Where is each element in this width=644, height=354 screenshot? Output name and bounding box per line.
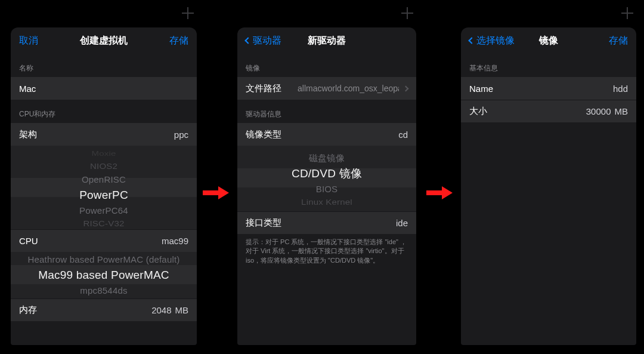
add-icon[interactable] (400, 6, 414, 20)
section-header-basic: 基本信息 (461, 54, 636, 77)
picker-option[interactable]: NIOS2 (11, 161, 197, 172)
picker-option[interactable]: OpenRISC (11, 173, 197, 186)
picker-option[interactable]: PowerPC64 (11, 204, 197, 217)
panel-create-vm: 取消 创建虚拟机 存储 名称 Mac CPU和内存 架构 ppc Moxie N… (5, 2, 202, 349)
cpu-value: mac99 (162, 236, 188, 246)
picker-option-selected[interactable]: CD/DVD 镜像 (237, 165, 416, 183)
chevron-left-icon (244, 37, 251, 44)
nav-bar: 选择镜像 镜像 存储 (461, 27, 636, 54)
cpu-label: CPU (19, 236, 38, 246)
image-name-row[interactable]: Name hdd (461, 77, 636, 100)
picker-option[interactable]: mpc8544ds (11, 284, 197, 297)
picker-option[interactable]: 磁盘镜像 (237, 152, 416, 165)
image-name-value: hdd (613, 84, 628, 94)
sheet-new-drive: 驱动器 新驱动器 . 镜像 文件路径 allmacworld.com_osx_l… (237, 27, 416, 345)
section-header-name: 名称 (11, 54, 197, 77)
nav-bar: 取消 创建虚拟机 存储 (11, 27, 197, 54)
sheet-body: 镜像 文件路径 allmacworld.com_osx_leopard_... … (237, 54, 416, 345)
architecture-picker[interactable]: Moxie NIOS2 OpenRISC PowerPC PowerPC64 R… (11, 146, 197, 229)
image-size-row[interactable]: 大小 30000MB (461, 100, 636, 122)
arrow-icon (203, 186, 229, 199)
svg-marker-0 (203, 186, 229, 199)
file-path-value: allmacworld.com_osx_leopard_... (298, 84, 399, 93)
chevron-right-icon (403, 85, 409, 91)
section-header-drive-info: 驱动器信息 (237, 100, 416, 123)
image-type-label: 镜像类型 (246, 129, 281, 140)
picker-option[interactable]: Linux Kernel (237, 196, 416, 208)
cancel-button[interactable]: 取消 (19, 35, 38, 47)
image-type-picker[interactable]: 磁盘镜像 CD/DVD 镜像 BIOS Linux Kernel (237, 146, 416, 211)
panel-image: 选择镜像 镜像 存储 基本信息 Name hdd 大小 30000MB (456, 2, 642, 349)
add-icon[interactable] (181, 6, 195, 20)
section-header-image: 镜像 (237, 54, 416, 77)
back-label: 选择镜像 (476, 35, 515, 47)
file-path-label: 文件路径 (246, 83, 281, 94)
footer-hint: 提示：对于 PC 系统，一般情况下接口类型选择 "ide" ，对于 Virt 系… (237, 234, 416, 271)
sheet-image: 选择镜像 镜像 存储 基本信息 Name hdd 大小 30000MB (461, 27, 636, 345)
architecture-row[interactable]: 架构 ppc (11, 123, 197, 146)
memory-value: 2048MB (151, 305, 188, 315)
back-label: 驱动器 (253, 35, 281, 47)
picker-option[interactable]: Moxie (11, 149, 197, 158)
memory-label: 内存 (19, 304, 37, 316)
save-button[interactable]: 存储 (609, 35, 628, 47)
interface-type-value: ide (396, 218, 408, 228)
image-size-value: 30000MB (586, 106, 628, 116)
nav-bar: 驱动器 新驱动器 . (237, 27, 416, 54)
picker-option-selected[interactable]: PowerPC (11, 186, 197, 204)
section-header-cpu: CPU和内存 (11, 100, 197, 123)
memory-row[interactable]: 内存 2048MB (11, 298, 197, 321)
sheet-create-vm: 取消 创建虚拟机 存储 名称 Mac CPU和内存 架构 ppc Moxie N… (11, 27, 197, 345)
back-button[interactable]: 驱动器 (246, 35, 281, 47)
image-type-value: cd (398, 130, 408, 140)
sheet-body: 名称 Mac CPU和内存 架构 ppc Moxie NIOS2 OpenRIS… (11, 54, 197, 345)
panel-new-drive: 驱动器 新驱动器 . 镜像 文件路径 allmacworld.com_osx_l… (232, 2, 422, 349)
image-type-row[interactable]: 镜像类型 cd (237, 123, 416, 146)
file-path-row[interactable]: 文件路径 allmacworld.com_osx_leopard_... (237, 77, 416, 100)
cpu-row[interactable]: CPU mac99 (11, 229, 197, 252)
chevron-left-icon (468, 37, 475, 44)
architecture-label: 架构 (19, 129, 37, 140)
picker-option[interactable]: Heathrow based PowerMAC (default) (11, 253, 197, 266)
name-cell[interactable]: Mac (11, 77, 197, 100)
save-button[interactable]: 存储 (169, 35, 188, 47)
interface-type-label: 接口类型 (246, 217, 281, 229)
add-icon[interactable] (620, 6, 634, 20)
picker-option[interactable]: RISC-V32 (11, 218, 197, 229)
image-name-label: Name (469, 84, 493, 94)
svg-marker-1 (426, 186, 453, 199)
picker-option-selected[interactable]: Mac99 based PowerMAC (11, 266, 197, 284)
cpu-picker[interactable]: Heathrow based PowerMAC (default) Mac99 … (11, 252, 197, 298)
picker-option[interactable]: BIOS (237, 183, 416, 196)
sheet-body: 基本信息 Name hdd 大小 30000MB (461, 54, 636, 345)
arrow-icon (426, 186, 453, 199)
image-size-label: 大小 (469, 106, 487, 117)
name-value: Mac (19, 84, 36, 94)
back-button[interactable]: 选择镜像 (469, 35, 515, 47)
architecture-value: ppc (174, 130, 188, 140)
interface-type-row[interactable]: 接口类型 ide (237, 211, 416, 234)
